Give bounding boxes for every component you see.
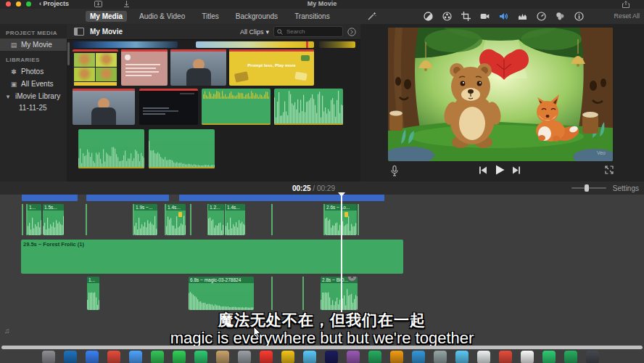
play-button[interactable] <box>495 165 505 175</box>
color-drops-icon[interactable] <box>556 12 565 21</box>
preview-viewer[interactable]: Veo <box>388 28 613 161</box>
dock-app-icon[interactable] <box>499 351 512 363</box>
browser-scrollbar[interactable] <box>67 42 70 65</box>
zoom-slider-thumb[interactable] <box>585 184 589 192</box>
voiceover-mic-icon[interactable] <box>391 166 398 176</box>
dock-app-icon[interactable] <box>194 351 207 363</box>
audio-clip[interactable]: 1.9s ~... <box>134 204 157 235</box>
audio-clip[interactable]: 6.8s ~ magic-03-278824 <box>189 277 254 310</box>
enhance-wand-icon[interactable] <box>367 12 376 21</box>
audio-clip[interactable]: 1.2... <box>208 204 224 235</box>
media-thumbnail-man-dark[interactable] <box>170 49 226 86</box>
crop-icon[interactable] <box>461 12 471 21</box>
dock-app-icon[interactable] <box>347 351 360 363</box>
sidebar-item-imovie-library[interactable]: ▾ iMovie Library <box>0 90 67 102</box>
dock-app-icon[interactable] <box>42 351 55 363</box>
sidebar-item-my-movie[interactable]: ▤ My Movie <box>0 38 67 51</box>
tab-my-media[interactable]: My Media <box>86 11 127 22</box>
reset-all-button[interactable]: Reset All <box>614 12 640 20</box>
dock-app-icon[interactable] <box>390 351 403 363</box>
timeline-settings-button[interactable]: Settings <box>613 184 639 192</box>
dock-app-icon[interactable] <box>216 351 229 363</box>
dock-app-icon[interactable] <box>86 351 99 363</box>
dock-app-icon[interactable] <box>434 351 447 363</box>
speed-icon[interactable] <box>537 12 546 21</box>
audio-clip[interactable]: 1... <box>87 277 99 310</box>
audio-clip[interactable]: 1... <box>28 204 41 235</box>
video-clip-forest-frolic[interactable]: 29.5s ~ Forest Frolic (1) <box>21 240 403 274</box>
title-bar-clip[interactable] <box>22 195 78 201</box>
sidebar-item-event-11-11-25[interactable]: 11-11-25 <box>0 102 67 113</box>
media-thumbnail-man-headphones[interactable] <box>73 89 135 125</box>
media-thumbnail-audio-decay[interactable] <box>149 129 215 168</box>
dock-app-icon[interactable] <box>281 351 294 363</box>
waveform <box>208 216 224 235</box>
dock-app-icon[interactable] <box>129 351 142 363</box>
color-balance-icon[interactable] <box>424 12 433 21</box>
media-thumbnail-audio-top[interactable] <box>202 89 271 125</box>
media-thumbnail-strip-blue[interactable] <box>73 41 178 48</box>
dock-app-icon[interactable] <box>521 351 534 363</box>
audio-clip[interactable]: 1.4s... <box>166 204 186 235</box>
clip-label: 1.9s ~... <box>134 204 157 211</box>
dock-app-icon[interactable] <box>586 351 599 363</box>
stabilization-icon[interactable] <box>480 12 490 21</box>
browser-title: My Movie <box>90 28 123 36</box>
tab-backgrounds[interactable]: Backgrounds <box>231 11 282 22</box>
audio-clip[interactable]: 1.4s... <box>226 204 245 235</box>
tab-titles[interactable]: Titles <box>197 11 223 22</box>
media-thumbnail-yellow-slide[interactable]: Prompt less, Play more <box>229 49 314 86</box>
search-box[interactable] <box>273 26 343 37</box>
dock-app-icon[interactable] <box>173 351 186 363</box>
tab-audio-video[interactable]: Audio & Video <box>135 11 189 22</box>
dock-app-icon[interactable] <box>151 351 164 363</box>
media-thumbnail-strip-dark-yellow[interactable] <box>319 41 355 48</box>
volume-icon[interactable] <box>499 12 508 21</box>
dock-app-icon[interactable] <box>107 351 120 363</box>
media-thumbnail-bear-grid[interactable] <box>73 49 118 86</box>
waveform <box>274 91 343 125</box>
title-bar-clip[interactable] <box>86 195 169 201</box>
fullscreen-icon[interactable] <box>605 166 614 174</box>
timeline-zoom-slider[interactable] <box>571 187 606 189</box>
dock-app-icon[interactable] <box>325 351 338 363</box>
dock-app-icon[interactable] <box>455 351 468 363</box>
dock-app-icon[interactable] <box>564 351 577 363</box>
media-thumbnail-audio-spiky[interactable] <box>274 89 343 125</box>
info-icon[interactable] <box>574 12 584 21</box>
project-media-header: PROJECT MEDIA <box>0 24 67 38</box>
skip-forward-icon[interactable] <box>512 166 521 174</box>
audio-clip[interactable]: 2.8s ~ BiO...✕ <box>321 277 358 310</box>
dock-app-icon[interactable] <box>368 351 381 363</box>
tab-transitions[interactable]: Transitions <box>290 11 334 22</box>
noise-reduction-icon[interactable] <box>518 12 527 21</box>
share-icon[interactable] <box>622 1 629 8</box>
all-clips-dropdown[interactable]: All Clips▾ <box>240 28 269 36</box>
dock-app-icon[interactable] <box>477 351 490 363</box>
dock-app-icon[interactable] <box>238 351 251 363</box>
search-input[interactable] <box>285 28 333 36</box>
media-thumbnail-pink-doc[interactable] <box>121 49 168 86</box>
skip-back-icon[interactable] <box>479 166 487 174</box>
circled-arrow-icon[interactable] <box>347 28 356 36</box>
dock[interactable] <box>0 351 644 363</box>
media-thumbnail-strip-sky-yellow[interactable] <box>196 41 314 48</box>
sidebar-item-photos[interactable]: ✽ Photos <box>0 65 67 78</box>
audio-clip[interactable]: 1.5s... <box>43 204 64 235</box>
dock-app-icon[interactable] <box>542 351 556 363</box>
dock-app-icon[interactable] <box>64 351 77 363</box>
preview-artwork <box>388 28 613 161</box>
media-thumbnail-terminal[interactable] <box>139 89 198 125</box>
title-bar-clip[interactable] <box>179 195 384 201</box>
playhead[interactable] <box>341 192 342 312</box>
dock-app-icon[interactable] <box>260 351 273 363</box>
color-correction-icon[interactable] <box>442 12 452 21</box>
sidebar-toggle-icon[interactable] <box>74 28 84 36</box>
waveform <box>87 289 99 310</box>
inspector-toolbar <box>424 11 584 22</box>
sidebar-item-all-events[interactable]: ▣ All Events <box>0 78 67 90</box>
media-thumbnail-audio-wave[interactable] <box>78 129 144 168</box>
dock-app-icon[interactable] <box>303 351 316 363</box>
dock-app-icon[interactable] <box>412 351 425 363</box>
media-browser: My Movie All Clips▾ Prompt less, Play mo… <box>67 24 360 182</box>
